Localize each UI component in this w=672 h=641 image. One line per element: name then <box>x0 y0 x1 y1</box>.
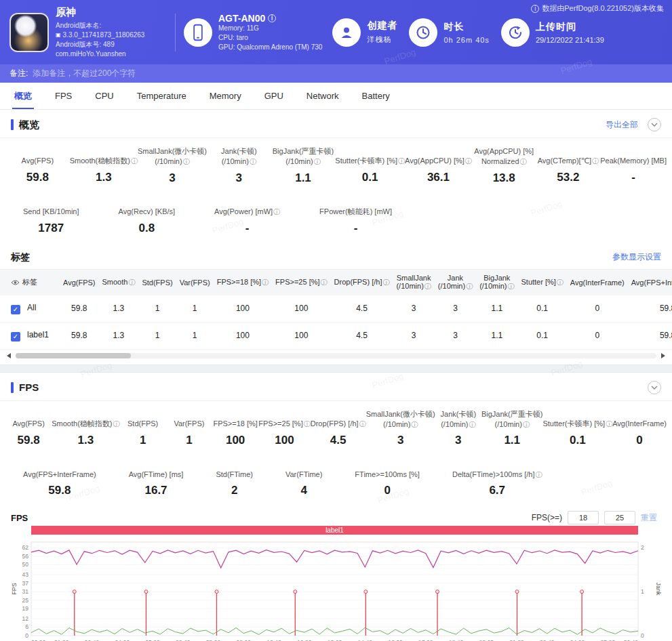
tab-fps[interactable]: FPS <box>43 83 83 109</box>
svg-text:0: 0 <box>641 632 644 639</box>
info-icon[interactable]: ⓘ <box>359 420 366 428</box>
info-icon[interactable]: ⓘ <box>592 157 599 165</box>
metric-value: 59.8 <box>23 484 96 497</box>
svg-text:0: 0 <box>25 632 28 639</box>
device-info-icon[interactable]: i <box>268 14 276 22</box>
param-display-settings-link[interactable]: 参数显示设置 <box>612 251 661 263</box>
fps-title: FPS <box>19 381 39 393</box>
column-header-smooth: Smoothⓘ <box>98 270 138 295</box>
info-icon[interactable]: ⓘ <box>466 283 473 290</box>
labels-table-head: 标签Avg(FPS)SmoothⓘStd(FPS)Var(FPS)FPS>=18… <box>0 270 672 295</box>
tab-cpu[interactable]: CPU <box>83 83 125 109</box>
app-header: i 数据由PerfDog(8.0.221052)版本收集 原神 Android版… <box>0 0 672 64</box>
note-bar[interactable]: 备注: 添加备注，不超过200个字符 <box>0 64 672 83</box>
info-icon[interactable]: ⓘ <box>262 278 269 286</box>
info-icon[interactable]: ⓘ <box>535 471 542 478</box>
info-icon[interactable]: ⓘ <box>411 421 418 428</box>
metric-avg-interframe: Avg(InterFrame)0 <box>612 409 667 452</box>
scroll-left-arrow[interactable] <box>7 353 11 358</box>
game-app-icon <box>9 13 49 52</box>
info-icon[interactable]: ⓘ <box>273 208 280 215</box>
svg-text:12: 12 <box>22 615 29 622</box>
info-icon[interactable]: ⓘ <box>314 158 321 165</box>
collapse-fps-button[interactable] <box>648 381 661 394</box>
tab-network[interactable]: Network <box>295 83 351 109</box>
header-divider <box>175 14 176 51</box>
export-all-link[interactable]: 导出全部 <box>606 119 638 131</box>
tab-概览[interactable]: 概览 <box>3 83 43 109</box>
metric-label: Send [KB/10min] <box>23 197 79 217</box>
value-cell: 100 <box>272 322 330 349</box>
tab-gpu[interactable]: GPU <box>253 83 295 109</box>
column-header-drop-fps-h: Drop(FPS) [/h]ⓘ <box>331 270 393 295</box>
info-icon[interactable]: ⓘ <box>304 420 311 428</box>
info-icon[interactable]: ⓘ <box>128 278 135 286</box>
info-icon[interactable]: ⓘ <box>606 420 612 428</box>
info-icon[interactable]: ⓘ <box>113 420 120 428</box>
metric-value: 16.7 <box>129 484 184 497</box>
metric-drop-fps-h: Drop(FPS) [/h]ⓘ4.5 <box>311 409 366 452</box>
metric-value: - <box>600 171 667 184</box>
reset-link[interactable]: 重置 <box>641 512 657 524</box>
info-icon[interactable]: ⓘ <box>507 283 514 290</box>
svg-text:25: 25 <box>22 597 29 604</box>
duration-label: 时长 <box>443 21 489 33</box>
metric-value: 3 <box>435 434 481 447</box>
info-icon[interactable]: ⓘ <box>183 158 190 165</box>
metric-label: Avg(FPS+InterFrame) <box>23 459 96 479</box>
metric-value: 0 <box>355 484 420 497</box>
tab-memory[interactable]: Memory <box>198 83 253 109</box>
metric-value: 0.1 <box>542 434 612 447</box>
metric-value: 4.5 <box>311 434 366 447</box>
info-icon[interactable]: ⓘ <box>131 157 138 165</box>
eye-icon[interactable] <box>11 279 20 286</box>
fps-chart[interactable]: label106121925313743505662012FPSJank00:0… <box>0 526 672 641</box>
metric-label: SmallJank(微小卡顿)(/10min)ⓘ <box>138 146 207 167</box>
table-row-label1[interactable]: ✓label159.81.3111001004.5331.10.1059.816… <box>0 322 672 349</box>
value-cell: 1 <box>176 295 214 323</box>
row-label: All <box>27 303 36 312</box>
fps-section: FPS Avg(FPS)59.8Smooth(稳帧指数)ⓘ1.3Std(FPS)… <box>0 373 672 641</box>
info-icon[interactable]: ⓘ <box>523 421 530 428</box>
info-icon[interactable]: ⓘ <box>321 278 328 286</box>
info-icon[interactable]: ⓘ <box>465 157 472 165</box>
fps-threshold-input-1[interactable] <box>568 511 599 524</box>
scrollbar-thumb[interactable] <box>16 353 131 358</box>
metric-var-fps: Var(FPS)1 <box>166 409 212 452</box>
info-icon[interactable]: ⓘ <box>469 421 476 428</box>
metric-value: 1.3 <box>70 171 138 184</box>
metric-label: Avg(AppCPU) [%]Normalizedⓘ <box>472 146 536 167</box>
metric-smooth-稳帧指数: Smooth(稳帧指数)ⓘ1.3 <box>52 409 119 452</box>
duration-block: 时长 0h 26m 40s <box>409 18 489 47</box>
value-cell: 1.1 <box>476 295 517 323</box>
row-checkbox[interactable]: ✓ <box>11 305 20 314</box>
info-icon[interactable]: ⓘ <box>382 278 389 286</box>
row-checkbox[interactable]: ✓ <box>11 332 20 342</box>
app-block: 原神 Android版本名: ▣ 3.3.0_11741873_11806263… <box>9 6 167 59</box>
info-icon[interactable]: ⓘ <box>398 157 405 165</box>
info-icon[interactable]: ⓘ <box>520 158 527 165</box>
value-cell: 1 <box>138 322 176 349</box>
collapse-overview-button[interactable] <box>648 118 661 131</box>
creator-value: 洋槐杨 <box>367 35 397 45</box>
scrollbar-track[interactable] <box>16 353 656 358</box>
value-cell: 3 <box>435 322 476 349</box>
scroll-right-arrow[interactable] <box>661 353 665 358</box>
metric-bigjank-严重卡顿: BigJank(严重卡顿)(/10min)ⓘ1.1 <box>481 409 542 452</box>
fps-metrics-row1: Avg(FPS)59.8Smooth(稳帧指数)ⓘ1.3Std(FPS)1Var… <box>0 401 672 453</box>
metric-avg-ctemp: Avg(CTemp)[℃]ⓘ53.2 <box>536 146 601 189</box>
metric-label: BigJank(严重卡顿)(/10min)ⓘ <box>271 146 336 167</box>
labels-title: 标签 <box>11 251 30 264</box>
metric-value: 1.1 <box>271 171 336 185</box>
user-icon <box>332 18 361 47</box>
info-icon[interactable]: ⓘ <box>557 278 564 286</box>
info-icon[interactable]: ⓘ <box>424 283 431 290</box>
fps-threshold-input-2[interactable] <box>604 511 635 524</box>
tab-battery[interactable]: Battery <box>351 83 401 109</box>
info-icon[interactable]: ⓘ <box>250 158 256 165</box>
table-row-all[interactable]: ✓All59.81.3111001004.5331.10.1059.816.72 <box>0 295 672 323</box>
value-cell: 59.8 <box>60 295 98 323</box>
section-gap <box>0 365 672 373</box>
tab-temperature[interactable]: Temperature <box>125 83 198 109</box>
column-header-标签: 标签 <box>0 270 60 295</box>
